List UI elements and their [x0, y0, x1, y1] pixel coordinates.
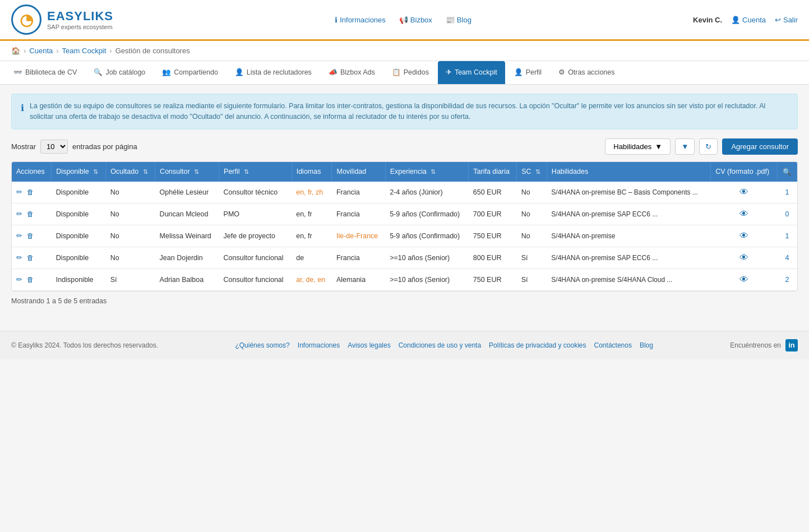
view-cv-icon[interactable]: 👁 [739, 275, 748, 284]
row-ocultado: No [106, 225, 155, 247]
footer-condiciones[interactable]: Condiciones de uso y venta [399, 341, 481, 349]
tab-lista-reclutadores[interactable]: 👤 Lista de reclutadores [227, 61, 320, 84]
row-cv-count[interactable]: 2 [778, 269, 797, 290]
info-icon: ℹ [335, 16, 338, 24]
tab-compartiendo[interactable]: 👥 Compartiendo [154, 61, 226, 84]
row-disponible: Disponible [52, 247, 106, 269]
row-consultor: Melissa Weinard [155, 225, 219, 247]
filter-button[interactable]: ▼ [675, 138, 695, 155]
sort-ocultado-icon: ⇅ [143, 168, 148, 175]
footer-politicas[interactable]: Políticas de privacidad y cookies [489, 341, 586, 349]
bizbox-ads-icon: 📣 [329, 68, 338, 76]
entries-select[interactable]: 10 25 50 [40, 140, 68, 154]
row-experiencia: >=10 años (Senior) [385, 269, 469, 290]
row-perfil: Jefe de proyecto [219, 225, 292, 247]
view-cv-icon[interactable]: 👁 [739, 209, 748, 219]
info-circle-icon: ℹ [21, 101, 24, 122]
cuenta-link[interactable]: 👤 Cuenta [731, 16, 766, 24]
row-movilidad: Alemania [332, 269, 385, 290]
delete-icon[interactable]: 🗑 [27, 254, 34, 262]
tab-otras-acciones[interactable]: ⚙ Otras acciones [551, 61, 622, 84]
th-perfil[interactable]: Perfil ⇅ [219, 162, 292, 182]
row-cv-count[interactable]: 0 [778, 203, 797, 225]
compartiendo-icon: 👥 [162, 68, 171, 76]
edit-icon[interactable]: ✏ [16, 253, 22, 262]
row-ocultado: No [106, 182, 155, 203]
row-perfil: Consultor técnico [219, 182, 292, 203]
delete-icon[interactable]: 🗑 [27, 188, 34, 196]
edit-icon[interactable]: ✏ [16, 275, 22, 284]
row-tarifa: 650 EUR [469, 182, 517, 203]
logo-icon: ◔ [11, 4, 41, 35]
th-ocultado[interactable]: Ocultado ⇅ [106, 162, 155, 182]
footer-informaciones[interactable]: Informaciones [298, 341, 340, 349]
row-tarifa: 750 EUR [469, 269, 517, 290]
tab-job-catalogo[interactable]: 🔍 Job catálogo [86, 61, 153, 84]
breadcrumb-home[interactable]: 🏠 [11, 47, 20, 55]
row-disponible: Disponible [52, 182, 106, 203]
row-experiencia: >=10 años (Senior) [385, 247, 469, 269]
footer-avisos-legales[interactable]: Avisos legales [348, 341, 391, 349]
tab-biblioteca-cv[interactable]: 👓 Biblioteca de CV [6, 61, 85, 84]
footer-contactenos[interactable]: Contáctenos [594, 341, 632, 349]
tab-pedidos[interactable]: 📋 Pedidos [384, 61, 437, 84]
th-disponible[interactable]: Disponible ⇅ [52, 162, 106, 182]
user-area: Kevin C. 👤 Cuenta ↩ Salir [693, 16, 798, 24]
delete-icon[interactable]: 🗑 [27, 210, 34, 218]
th-sc[interactable]: SC ⇅ [517, 162, 547, 182]
th-idiomas: Idiomas [292, 162, 332, 182]
info-box: ℹ La gestión de su equipo de consultores… [11, 94, 798, 129]
th-consultor[interactable]: Consultor ⇅ [155, 162, 219, 182]
sort-perfil-icon: ⇅ [244, 168, 249, 175]
linkedin-icon[interactable]: in [785, 339, 798, 351]
row-habilidades: S/4HANA on-premise S/4HANA Cloud ... [547, 269, 710, 290]
tab-perfil[interactable]: 👤 Perfil [506, 61, 549, 84]
th-experiencia[interactable]: Experiencia ⇅ [385, 162, 469, 182]
nav-bizbox[interactable]: 📢 Bizbox [399, 16, 432, 24]
tab-bizbox-ads[interactable]: 📣 Bizbox Ads [321, 61, 383, 84]
row-cv: 👁 [711, 203, 778, 225]
footer-blog[interactable]: Blog [640, 341, 653, 349]
row-actions: ✏ 🗑 [12, 225, 52, 247]
footer-quienes-somos[interactable]: ¿Quiénes somos? [235, 341, 289, 349]
row-habilidades: S/4HANA on-premise BC – Basis Components… [547, 182, 710, 203]
row-perfil: Consultor funcional [219, 247, 292, 269]
blog-icon: 📰 [446, 16, 455, 24]
logo-area: ◔ EASYLIKS SAP experts ecosystem [11, 4, 113, 35]
row-disponible: Disponible [52, 203, 106, 225]
nav-informaciones[interactable]: ℹ Informaciones [335, 16, 386, 24]
edit-icon[interactable]: ✏ [16, 188, 22, 196]
row-cv-count[interactable]: 1 [778, 225, 797, 247]
row-sc: Sí [517, 247, 547, 269]
th-acciones: Acciones [12, 162, 52, 182]
salir-link[interactable]: ↩ Salir [775, 16, 798, 24]
view-cv-icon[interactable]: 👁 [739, 231, 748, 240]
nav-blog[interactable]: 📰 Blog [446, 16, 471, 24]
view-cv-icon[interactable]: 👁 [739, 187, 748, 197]
tab-team-cockpit[interactable]: ✈ Team Cockpit [438, 61, 505, 84]
row-consultor: Duncan Mcleod [155, 203, 219, 225]
row-cv-count[interactable]: 4 [778, 247, 797, 269]
breadcrumb-cuenta[interactable]: Cuenta [29, 47, 53, 55]
edit-icon[interactable]: ✏ [16, 210, 22, 218]
row-cv-count[interactable]: 1 [778, 182, 797, 203]
row-habilidades: S/4HANA on-premise [547, 225, 710, 247]
row-cv: 👁 [711, 247, 778, 269]
row-idiomas: en, fr [292, 225, 332, 247]
view-cv-icon[interactable]: 👁 [739, 253, 748, 262]
breadcrumb-team-cockpit[interactable]: Team Cockpit [62, 47, 107, 55]
skills-button[interactable]: Habilidades ▼ [605, 138, 671, 155]
delete-icon[interactable]: 🗑 [27, 276, 34, 284]
add-consultant-button[interactable]: Agregar consultor [722, 138, 798, 155]
search-icon: 🔍 [783, 168, 792, 176]
row-ocultado: No [106, 247, 155, 269]
row-actions: ✏ 🗑 [12, 182, 52, 203]
row-movilidad: Francia [332, 182, 385, 203]
refresh-button[interactable]: ↻ [699, 138, 718, 155]
main-nav: ℹ Informaciones 📢 Bizbox 📰 Blog [335, 16, 471, 24]
row-idiomas: ar, de, en [292, 269, 332, 290]
show-entries: Mostrar 10 25 50 entradas por página [11, 140, 137, 154]
edit-icon[interactable]: ✏ [16, 232, 22, 240]
row-cv: 👁 [711, 225, 778, 247]
delete-icon[interactable]: 🗑 [27, 232, 34, 240]
